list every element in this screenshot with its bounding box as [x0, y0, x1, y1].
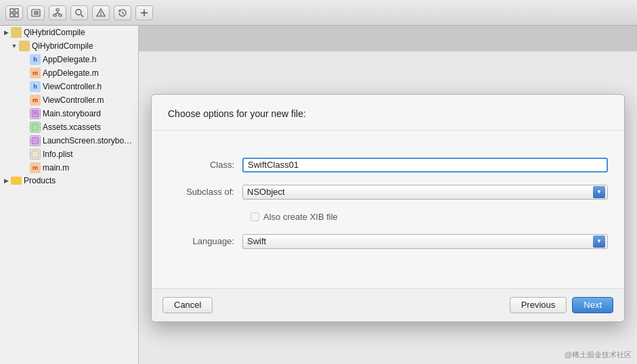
storyboard-icon2: [30, 135, 41, 146]
root-icon: [11, 27, 22, 38]
m-icon: m: [30, 95, 41, 106]
toolbar-hierarchy-btn[interactable]: [49, 5, 66, 20]
main-layout: QiHybridCompile QiHybridCompile h AppDel…: [0, 26, 637, 364]
svg-line-15: [81, 14, 84, 17]
storyboard-icon: [30, 108, 41, 119]
new-file-dialog: Choose options for your new file: Class:…: [151, 94, 625, 322]
dialog-body: Class: Subclass of: NSObject UIViewContr…: [152, 131, 624, 288]
svg-point-17: [101, 14, 102, 15]
subclass-select[interactable]: NSObject UIViewController UIView UITable…: [242, 185, 608, 200]
sidebar-group[interactable]: QiHybridCompile: [0, 39, 138, 53]
svg-rect-25: [32, 124, 39, 131]
sidebar-root[interactable]: QiHybridCompile: [0, 26, 138, 39]
dialog-overlay: Choose options for your new file: Class:…: [139, 51, 637, 364]
subclass-select-wrapper: NSObject UIViewController UIView UITable…: [242, 185, 608, 200]
file-viewcontroller-h[interactable]: h ViewController.h: [0, 80, 138, 93]
main-storyboard-label: Main.storyboard: [43, 109, 101, 118]
xib-label: Also create XIB file: [263, 212, 338, 222]
class-label: Class:: [168, 160, 242, 170]
group-icon: [19, 41, 30, 51]
toolbar-add-btn[interactable]: [135, 5, 153, 20]
file-appdelegate-m[interactable]: m AppDelegate.m: [0, 66, 138, 80]
svg-rect-3: [15, 14, 18, 17]
cancel-button[interactable]: Cancel: [162, 297, 213, 313]
svg-line-19: [123, 13, 124, 14]
toolbar-history-btn[interactable]: [114, 5, 131, 20]
file-main-storyboard[interactable]: Main.storyboard: [0, 107, 138, 120]
svg-point-14: [76, 9, 81, 15]
group-triangle: [11, 43, 18, 49]
root-triangle: [3, 29, 9, 36]
m-icon: m: [30, 68, 41, 78]
products-triangle: [3, 177, 9, 184]
toolbar-warning-btn[interactable]: [92, 5, 110, 20]
next-button[interactable]: Next: [572, 297, 613, 313]
products-label: Products: [24, 176, 56, 185]
file-assets[interactable]: Assets.xcassets: [0, 120, 138, 134]
svg-rect-26: [32, 137, 39, 144]
h-icon: h: [30, 54, 41, 65]
toolbar: [0, 0, 637, 26]
group-label: QiHybridCompile: [32, 41, 93, 51]
class-input[interactable]: [242, 158, 608, 173]
language-select[interactable]: Swift Objective-C: [242, 234, 608, 249]
dialog-footer: Cancel Previous Next: [152, 288, 624, 321]
subclass-label: Subclass of:: [168, 187, 242, 197]
svg-rect-10: [59, 14, 62, 16]
file-viewcontroller-m[interactable]: m ViewController.m: [0, 93, 138, 107]
svg-rect-8: [56, 9, 59, 11]
class-row: Class:: [168, 158, 608, 173]
sidebar-products[interactable]: Products: [0, 175, 138, 187]
toolbar-grid-btn[interactable]: [5, 5, 23, 20]
file-main-m[interactable]: m main.m: [0, 161, 138, 175]
language-row: Language: Swift Objective-C: [168, 234, 608, 249]
m-icon2: m: [30, 162, 41, 173]
toolbar-list-btn[interactable]: [27, 5, 45, 20]
svg-rect-0: [10, 9, 14, 12]
previous-button[interactable]: Previous: [510, 297, 567, 313]
dialog-header: Choose options for your new file:: [152, 95, 624, 131]
subclass-row: Subclass of: NSObject UIViewController U…: [168, 185, 608, 200]
plist-icon: [30, 149, 41, 160]
svg-rect-2: [10, 14, 14, 17]
footer-right: Previous Next: [510, 297, 613, 313]
sidebar: QiHybridCompile QiHybridCompile h AppDel…: [0, 26, 139, 364]
watermark: @稀土掘金技术社区: [565, 350, 632, 360]
svg-rect-27: [32, 151, 39, 158]
svg-rect-1: [15, 9, 18, 12]
language-label: Language:: [168, 236, 242, 246]
products-folder-icon: [11, 177, 22, 185]
dialog-title: Choose options for your new file:: [168, 108, 306, 119]
file-info-plist[interactable]: Info.plist: [0, 147, 138, 161]
svg-rect-9: [53, 14, 56, 16]
xcassets-icon: [30, 122, 41, 133]
root-label: QiHybridCompile: [24, 28, 85, 37]
file-appdelegate-h[interactable]: h AppDelegate.h: [0, 53, 138, 66]
h-icon: h: [30, 81, 41, 92]
language-select-wrapper: Swift Objective-C: [242, 234, 608, 249]
xib-checkbox[interactable]: [250, 212, 259, 221]
xib-row: Also create XIB file: [250, 212, 608, 222]
file-launchscreen[interactable]: LaunchScreen.storyboard: [0, 134, 138, 147]
toolbar-search-btn[interactable]: [70, 5, 88, 20]
